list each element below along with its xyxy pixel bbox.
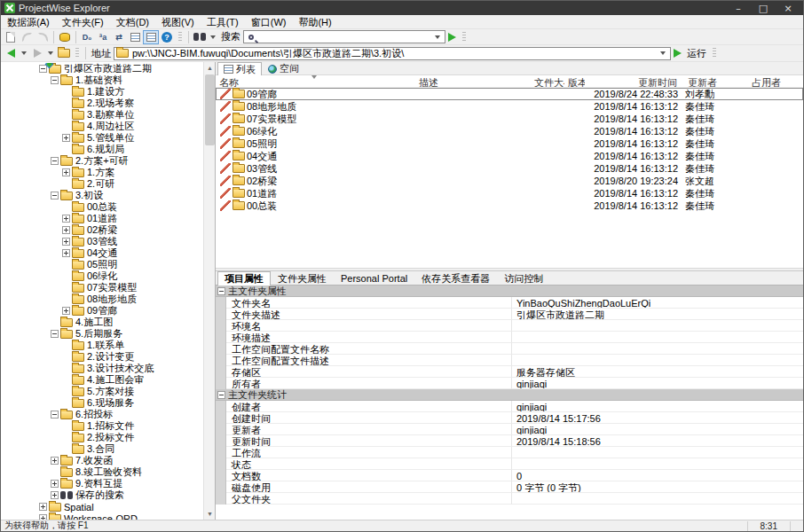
- collapse-icon[interactable]: [39, 65, 47, 73]
- file-row[interactable]: 09管廊2019/8/24 22:48:33刘孝勳: [216, 88, 803, 100]
- address-combo-caret-icon[interactable]: [660, 51, 666, 55]
- close-button[interactable]: ×: [782, 3, 794, 14]
- tab-依存关系查看器[interactable]: 依存关系查看器: [414, 271, 497, 285]
- run-button[interactable]: [674, 49, 682, 58]
- tree-item[interactable]: Workspace-ORD: [1, 512, 203, 520]
- menu-item-视图[interactable]: 视图(V): [155, 15, 201, 29]
- search-run-button[interactable]: [448, 33, 456, 42]
- column-header-更新时间[interactable]: 更新时间: [585, 75, 681, 87]
- property-row[interactable]: 创建时间2019/8/14 15:17:56: [216, 412, 803, 424]
- column-header-文件大小[interactable]: 文件大小: [531, 75, 564, 87]
- file-row[interactable]: 01道路2019/8/14 16:13:12秦佳琦: [216, 187, 803, 200]
- scrollbar-thumb[interactable]: [205, 74, 215, 145]
- details-view-button[interactable]: [143, 30, 159, 44]
- collapse-icon[interactable]: [217, 287, 225, 295]
- tab-文件夹属性[interactable]: 文件夹属性: [271, 271, 334, 285]
- maximize-button[interactable]: □: [757, 3, 769, 14]
- search-combo-caret-icon[interactable]: [435, 35, 440, 39]
- menu-item-窗口[interactable]: 窗口(W): [245, 15, 293, 29]
- column-header-更新者[interactable]: 更新者: [681, 75, 748, 87]
- scroll-down-icon[interactable]: ▼: [206, 510, 214, 518]
- property-row[interactable]: 环境描述: [216, 332, 803, 343]
- expand-icon[interactable]: [62, 134, 70, 142]
- export-button[interactable]: [57, 30, 73, 44]
- new-document-button[interactable]: [3, 30, 19, 44]
- property-row[interactable]: 磁盘使用0 字节 (0 字节): [216, 481, 803, 493]
- back-history-caret-icon[interactable]: [21, 51, 27, 55]
- file-row[interactable]: 04交通2019/8/14 16:13:12秦佳琦: [216, 150, 803, 162]
- property-row[interactable]: 工作空间配置文件名称: [216, 343, 803, 355]
- column-header-描述[interactable]: 描述: [415, 75, 531, 87]
- property-row[interactable]: 工作流: [216, 447, 803, 458]
- expand-icon[interactable]: [39, 514, 47, 520]
- view-toggle-button[interactable]: ⇄: [111, 30, 127, 44]
- file-row[interactable]: 03管线2019/8/14 16:13:12秦佳琦: [216, 162, 803, 175]
- toolbar-grip[interactable]: [462, 32, 466, 43]
- expand-icon[interactable]: [62, 249, 70, 257]
- file-row[interactable]: 00总装2019/8/14 16:13:12秦佳琦: [216, 200, 803, 212]
- collapse-icon[interactable]: [51, 411, 59, 419]
- expand-icon[interactable]: [62, 215, 70, 223]
- property-row[interactable]: 文档数0: [216, 470, 803, 481]
- redo-button[interactable]: [35, 30, 51, 44]
- tab-项目属性[interactable]: 项目属性: [217, 271, 271, 286]
- collapse-icon[interactable]: [51, 76, 59, 84]
- file-row[interactable]: 08地形地质2019/8/14 16:13:12秦佳琦: [216, 100, 803, 113]
- property-row[interactable]: 环境名: [216, 320, 803, 332]
- address-input[interactable]: [132, 48, 660, 59]
- search-input[interactable]: [256, 31, 435, 43]
- expand-icon[interactable]: [62, 307, 70, 315]
- tab-Personal Portal[interactable]: Personal Portal: [334, 271, 414, 285]
- expand-icon[interactable]: [51, 457, 59, 465]
- expand-icon[interactable]: [51, 491, 59, 499]
- property-row[interactable]: 文件夹名YinBaoQuShiZhengDaoLuErQi: [216, 297, 803, 309]
- tab-列表[interactable]: 列表: [217, 62, 262, 75]
- forward-history-caret-icon[interactable]: [48, 51, 53, 55]
- tree-item[interactable]: Spatial: [1, 501, 203, 512]
- property-row[interactable]: 父文件夹: [216, 493, 803, 505]
- tree-item[interactable]: 保存的搜索: [1, 489, 203, 501]
- property-row[interactable]: 创建者qinjiaqi: [216, 401, 803, 412]
- toolbar-grip[interactable]: [178, 32, 182, 43]
- property-row[interactable]: 更新时间2019/8/14 15:18:56: [216, 435, 803, 447]
- menu-item-数据源[interactable]: 数据源(A): [1, 15, 56, 29]
- property-row[interactable]: 存储区服务器存储区: [216, 366, 803, 378]
- expand-icon[interactable]: [62, 226, 70, 234]
- property-row[interactable]: 文件夹描述引爆区市政道路二期: [216, 309, 803, 320]
- property-row[interactable]: 更新者qinjiaqi: [216, 424, 803, 435]
- expand-icon[interactable]: [62, 238, 70, 246]
- file-row[interactable]: 07实景模型2019/8/14 16:13:12秦佳琦: [216, 113, 803, 125]
- thumbnails-view-button[interactable]: [127, 30, 143, 44]
- collapse-icon[interactable]: [51, 192, 59, 200]
- minimize-button[interactable]: –: [732, 3, 745, 14]
- help-button[interactable]: [159, 30, 175, 44]
- file-row[interactable]: 06绿化2019/8/14 16:13:12秦佳琦: [216, 125, 803, 137]
- menu-item-文档[interactable]: 文档(D): [110, 15, 155, 29]
- expand-icon[interactable]: [62, 168, 70, 176]
- expand-icon[interactable]: [39, 503, 47, 511]
- tree-scrollbar[interactable]: ▲ ▼: [203, 62, 215, 520]
- back-button[interactable]: [3, 46, 19, 60]
- find-button[interactable]: [192, 30, 208, 44]
- menu-item-工具[interactable]: 工具(T): [201, 15, 245, 29]
- file-row[interactable]: 05照明2019/8/14 16:13:12秦佳琦: [216, 137, 803, 150]
- attributes-button[interactable]: ªa: [95, 30, 111, 44]
- scroll-up-icon[interactable]: ▲: [206, 64, 214, 72]
- expand-icon[interactable]: [51, 480, 59, 488]
- forward-button[interactable]: [29, 46, 45, 60]
- file-row[interactable]: 02桥梁2019/8/20 19:23:24张文超: [216, 175, 803, 187]
- column-header-名称[interactable]: 名称: [216, 75, 415, 87]
- collapse-icon[interactable]: [217, 391, 225, 399]
- column-header-版本[interactable]: 版本: [564, 75, 585, 87]
- column-header-占用者[interactable]: 占用者: [748, 75, 801, 87]
- toolbar-grip[interactable]: [75, 48, 79, 59]
- property-row[interactable]: 工作空间配置文件描述: [216, 355, 803, 366]
- property-row[interactable]: 状态: [216, 458, 803, 470]
- interface-button[interactable]: D₀: [79, 30, 95, 44]
- menu-item-帮助[interactable]: 帮助(H): [292, 15, 337, 29]
- toolbar-grip[interactable]: [713, 48, 716, 59]
- tab-空间[interactable]: 空间: [262, 62, 305, 74]
- menu-item-文件夹[interactable]: 文件夹(F): [56, 15, 110, 29]
- folder-up-button[interactable]: [56, 46, 72, 60]
- tab-访问控制[interactable]: 访问控制: [497, 271, 550, 285]
